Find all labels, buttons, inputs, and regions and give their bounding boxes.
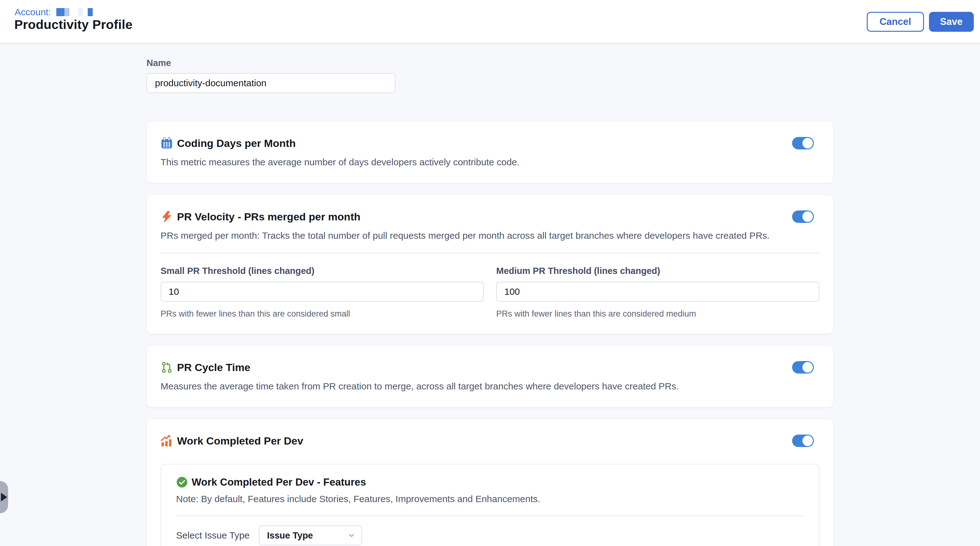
lightning-icon — [161, 211, 173, 223]
pr-cycle-time-toggle[interactable] — [792, 361, 814, 374]
metric-title: PR Cycle Time — [177, 361, 250, 374]
profile-form: Name Coding Days per Month This metri — [146, 43, 834, 546]
metric-title: PR Velocity - PRs merged per month — [177, 211, 360, 223]
metric-card-pr-velocity: PR Velocity - PRs merged per month PRs m… — [146, 195, 834, 334]
select-issue-type-label: Select Issue Type — [176, 530, 250, 541]
coding-days-toggle[interactable] — [792, 137, 814, 149]
redacted-account-name — [78, 8, 83, 16]
small-pr-threshold-field: Small PR Threshold (lines changed) PRs w… — [161, 266, 484, 319]
cancel-button[interactable]: Cancel — [867, 12, 924, 32]
redacted-account-name — [56, 8, 64, 16]
metric-title: Work Completed Per Dev — [177, 435, 303, 447]
toggle-knob — [802, 138, 813, 148]
header-actions: Cancel Save — [867, 12, 974, 32]
medium-pr-threshold-input[interactable] — [496, 282, 819, 302]
divider — [176, 516, 804, 516]
toggle-knob — [802, 436, 813, 446]
page-header: Account: Productivity Profile Cancel Sav… — [0, 0, 980, 43]
name-label: Name — [146, 58, 834, 68]
divider — [161, 253, 819, 253]
small-pr-threshold-helper: PRs with fewer lines than this are consi… — [161, 309, 484, 319]
work-completed-features-section: Work Completed Per Dev - Features Note: … — [161, 464, 819, 546]
breadcrumb: Account: — [14, 7, 93, 18]
medium-pr-threshold-helper: PRs with fewer lines than this are consi… — [496, 309, 819, 319]
pull-request-icon — [161, 361, 173, 374]
pr-velocity-toggle[interactable] — [792, 211, 814, 223]
issue-type-select-value: Issue Type — [267, 530, 313, 541]
metric-card-pr-cycle-time: PR Cycle Time Measures the average time … — [146, 345, 834, 407]
account-link[interactable]: Account: — [14, 7, 51, 18]
subsection-title: Work Completed Per Dev - Features — [192, 476, 366, 488]
subsection-note: Note: By default, Features include Stori… — [176, 494, 804, 504]
calendar-icon — [161, 137, 173, 149]
issue-type-select[interactable]: Issue Type — [259, 525, 362, 545]
check-circle-icon — [176, 476, 188, 488]
redacted-account-name — [88, 8, 93, 16]
small-pr-threshold-label: Small PR Threshold (lines changed) — [161, 266, 484, 276]
chevron-down-icon — [347, 531, 356, 540]
metric-description: This metric measures the average number … — [161, 156, 819, 168]
metric-description: Measures the average time taken from PR … — [161, 380, 819, 392]
redacted-account-name — [64, 8, 69, 16]
name-input[interactable] — [146, 73, 395, 93]
sidebar-expand-button[interactable] — [0, 481, 8, 513]
bar-chart-trend-icon — [161, 434, 173, 447]
toggle-knob — [802, 362, 813, 373]
save-button[interactable]: Save — [929, 12, 974, 32]
expand-arrow-icon — [1, 493, 7, 501]
metric-card-work-completed: Work Completed Per Dev Work Completed Pe… — [146, 419, 834, 546]
toggle-knob — [802, 211, 813, 222]
medium-pr-threshold-field: Medium PR Threshold (lines changed) PRs … — [496, 266, 819, 319]
metric-title: Coding Days per Month — [177, 137, 296, 149]
metric-card-coding-days: Coding Days per Month This metric measur… — [146, 121, 834, 184]
metric-description: PRs merged per month: Tracks the total n… — [161, 230, 819, 241]
work-completed-toggle[interactable] — [792, 434, 814, 447]
medium-pr-threshold-label: Medium PR Threshold (lines changed) — [496, 266, 819, 276]
page-title: Productivity Profile — [14, 18, 132, 32]
small-pr-threshold-input[interactable] — [161, 282, 484, 302]
